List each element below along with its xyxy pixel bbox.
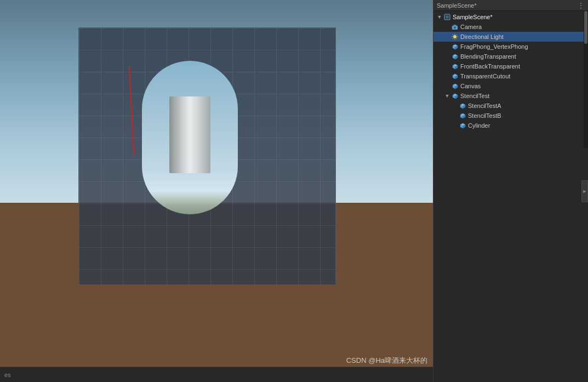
tree-item-stencil-test-b[interactable]: StencilTestB bbox=[433, 111, 588, 121]
label-blending-transparent: BlendingTransparent bbox=[460, 53, 516, 60]
tree-item-frontback-transparent[interactable]: FrontBackTransparent bbox=[433, 61, 588, 71]
scrollbar-thumb bbox=[584, 11, 587, 44]
svg-point-5 bbox=[453, 35, 456, 38]
hierarchy-content[interactable]: SampleScene*CameraDirectional LightFragP… bbox=[433, 11, 588, 382]
cube-icon bbox=[451, 53, 459, 60]
label-fragphong: FragPhong_VertexPhong bbox=[460, 43, 528, 50]
camera-icon bbox=[451, 23, 459, 31]
cube-icon bbox=[459, 122, 466, 129]
tree-item-stencil-test-a[interactable]: StencilTestA bbox=[433, 101, 588, 111]
cube-icon bbox=[451, 92, 459, 100]
scene-viewport[interactable]: CSDN @Ha啤酒来大杯的 es bbox=[0, 0, 433, 382]
cube-icon bbox=[451, 43, 459, 50]
bottom-bar: es bbox=[0, 367, 433, 382]
tree-item-stencil-test[interactable]: StencilTest bbox=[433, 91, 588, 101]
tree-item-transparent-cutout[interactable]: TransparentCutout bbox=[433, 71, 588, 81]
cylinder-object bbox=[169, 96, 210, 173]
label-camera: Camera bbox=[460, 24, 482, 30]
tree-item-fragphong[interactable]: FragPhong_VertexPhong bbox=[433, 42, 588, 52]
svg-line-12 bbox=[456, 35, 457, 35]
label-transparent-cutout: TransparentCutout bbox=[460, 73, 510, 79]
label-directional-light: Directional Light bbox=[460, 33, 504, 40]
svg-line-13 bbox=[453, 38, 453, 39]
scene-icon bbox=[443, 13, 451, 21]
label-stencil-test-b: StencilTestB bbox=[468, 112, 501, 119]
tree-item-blending-transparent[interactable]: BlendingTransparent bbox=[433, 52, 588, 61]
svg-rect-1 bbox=[446, 15, 449, 19]
watermark: CSDN @Ha啤酒来大杯的 bbox=[346, 356, 427, 366]
cube-icon bbox=[459, 112, 466, 119]
label-sample-scene: SampleScene* bbox=[453, 14, 493, 20]
tree-item-cylinder[interactable]: Cylinder bbox=[433, 121, 588, 130]
hierarchy-scrollbar[interactable] bbox=[584, 11, 588, 148]
tree-item-sample-scene[interactable]: SampleScene* bbox=[433, 12, 588, 22]
svg-rect-4 bbox=[454, 25, 456, 26]
light-icon bbox=[451, 33, 459, 41]
hierarchy-header: SampleScene* ⋮ bbox=[433, 0, 588, 11]
panel-collapse-button[interactable]: ► bbox=[581, 180, 588, 202]
label-cylinder: Cylinder bbox=[468, 122, 490, 129]
cube-icon bbox=[451, 72, 459, 80]
tree-item-camera[interactable]: Camera bbox=[433, 22, 588, 32]
grid-panel bbox=[78, 27, 336, 285]
svg-line-10 bbox=[453, 35, 453, 35]
cube-icon bbox=[459, 102, 466, 110]
hierarchy-menu-icon[interactable]: ⋮ bbox=[577, 1, 585, 10]
hierarchy-panel: SampleScene* ⋮ SampleScene*CameraDirecti… bbox=[433, 0, 588, 382]
hierarchy-title: SampleScene* bbox=[437, 2, 477, 9]
gizmo-line bbox=[129, 66, 134, 154]
label-frontback-transparent: FrontBackTransparent bbox=[460, 63, 520, 70]
svg-line-11 bbox=[456, 38, 457, 39]
tree-item-canvas[interactable]: Canvas bbox=[433, 81, 588, 91]
label-stencil-test-a: StencilTestA bbox=[468, 102, 501, 109]
bottom-bar-text: es bbox=[4, 372, 11, 378]
svg-point-3 bbox=[454, 27, 456, 29]
tree-item-directional-light[interactable]: Directional Light bbox=[433, 32, 588, 42]
expand-arrow-stencil-test[interactable] bbox=[443, 92, 451, 100]
label-stencil-test: StencilTest bbox=[460, 93, 489, 99]
expand-arrow-sample-scene[interactable] bbox=[436, 13, 443, 21]
cube-icon bbox=[451, 62, 459, 70]
cube-icon bbox=[451, 82, 459, 90]
oval-shape bbox=[142, 61, 238, 214]
label-canvas: Canvas bbox=[460, 83, 481, 89]
